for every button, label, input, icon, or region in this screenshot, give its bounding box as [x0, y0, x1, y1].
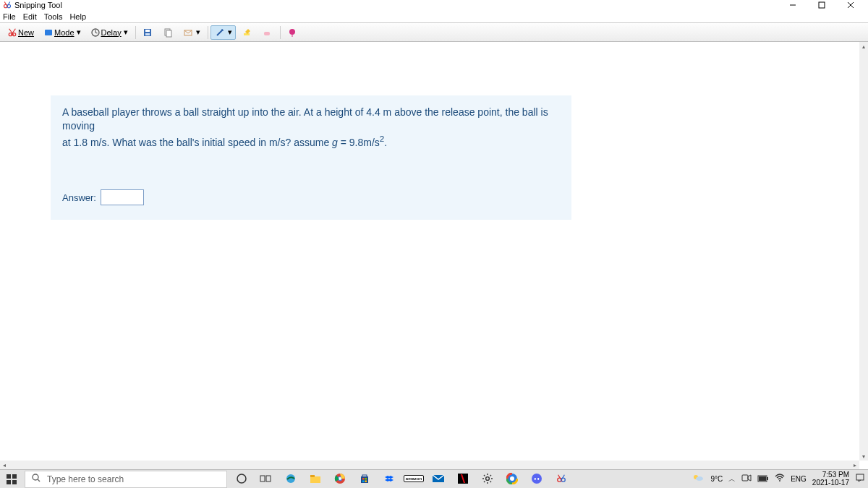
- svg-point-81: [779, 480, 780, 481]
- paint3d-button[interactable]: [283, 25, 302, 40]
- eraser-button[interactable]: [258, 25, 276, 40]
- time: 7:53 PM: [822, 471, 849, 479]
- horizontal-scrollbar[interactable]: ◂ ▸: [0, 461, 859, 469]
- date: 2021-10-17: [812, 479, 849, 487]
- eraser-icon: [261, 27, 273, 38]
- weather-icon[interactable]: [692, 472, 705, 486]
- scroll-left-icon[interactable]: ◂: [0, 461, 9, 469]
- toolbar-separator: [280, 26, 281, 39]
- input-lang[interactable]: ENG: [791, 475, 807, 483]
- svg-point-43: [339, 477, 341, 480]
- svg-line-63: [484, 481, 485, 481]
- svg-rect-45: [362, 475, 367, 477]
- mode-button[interactable]: Mode ▾: [39, 25, 85, 40]
- maximize-button[interactable]: [807, 0, 836, 10]
- edge-icon[interactable]: [282, 472, 299, 487]
- mode-icon: [43, 27, 54, 38]
- answer-label: Answer:: [62, 192, 96, 203]
- svg-rect-47: [365, 478, 367, 480]
- clock[interactable]: 7:53 PM 2021-10-17: [812, 471, 849, 487]
- battery-icon[interactable]: [757, 474, 769, 484]
- snipping-tool-taskbar-icon[interactable]: [553, 472, 570, 487]
- search-placeholder: Type here to search: [47, 474, 124, 484]
- taskbar: Type here to search amazon 9°C ︿ ENG 7:5…: [0, 469, 868, 488]
- svg-marker-77: [748, 475, 751, 481]
- menu-file[interactable]: File: [3, 12, 16, 21]
- question-card: A baseball player throws a ball straight…: [51, 95, 571, 220]
- discord-icon[interactable]: [528, 472, 545, 487]
- answer-row: Answer:: [62, 189, 560, 205]
- send-button[interactable]: ▾: [179, 25, 204, 40]
- svg-marker-25: [245, 29, 250, 34]
- browser-alt-icon[interactable]: [503, 472, 521, 487]
- save-icon: [142, 27, 153, 38]
- svg-line-64: [490, 475, 491, 476]
- copy-icon: [162, 27, 174, 38]
- svg-rect-20: [166, 30, 171, 37]
- svg-point-68: [535, 478, 536, 480]
- svg-line-22: [217, 30, 223, 35]
- capture-viewport: A baseball player throws a ball straight…: [0, 42, 859, 461]
- svg-line-34: [38, 479, 40, 481]
- svg-rect-82: [856, 474, 864, 480]
- svg-rect-29: [7, 474, 11, 479]
- minimize-button[interactable]: [778, 0, 807, 10]
- close-button[interactable]: [836, 0, 865, 10]
- answer-input[interactable]: [101, 189, 144, 205]
- delay-button[interactable]: Delay ▾: [86, 25, 132, 40]
- new-label: New: [18, 28, 34, 37]
- wifi-icon[interactable]: [775, 474, 785, 484]
- svg-point-67: [532, 474, 542, 484]
- svg-point-35: [237, 474, 246, 483]
- amazon-icon[interactable]: amazon: [405, 472, 422, 487]
- cortana-icon[interactable]: [233, 472, 250, 487]
- pen-button[interactable]: ▾: [210, 25, 236, 40]
- chevron-down-icon: ▾: [77, 27, 81, 37]
- copy-button[interactable]: [158, 25, 177, 40]
- vertical-scrollbar[interactable]: ▴ ▾: [859, 42, 868, 461]
- svg-rect-18: [145, 33, 150, 35]
- scroll-right-icon[interactable]: ▸: [851, 461, 859, 469]
- new-snip-button[interactable]: New: [3, 25, 38, 40]
- toolbar: New Mode ▾ Delay ▾ ▾ ▾: [0, 23, 868, 42]
- menu-edit[interactable]: Edit: [23, 12, 37, 21]
- chevron-down-icon: ▾: [196, 27, 200, 37]
- system-tray: 9°C ︿ ENG 7:53 PM 2021-10-17: [692, 471, 868, 487]
- scroll-down-icon[interactable]: ▾: [859, 452, 868, 461]
- svg-point-75: [696, 476, 703, 481]
- chrome-icon[interactable]: [331, 472, 349, 487]
- highlighter-button[interactable]: [237, 25, 256, 40]
- toolbar-separator: [208, 26, 208, 39]
- taskbar-pinned: amazon: [233, 472, 570, 487]
- settings-icon[interactable]: [479, 472, 496, 487]
- menu-tools[interactable]: Tools: [44, 12, 63, 21]
- svg-line-15: [95, 33, 98, 33]
- svg-rect-40: [310, 475, 315, 477]
- menu-help[interactable]: Help: [69, 12, 86, 21]
- svg-point-69: [537, 478, 539, 480]
- scroll-up-icon[interactable]: ▴: [859, 42, 868, 51]
- svg-point-56: [486, 476, 490, 480]
- tray-chevron-icon[interactable]: ︿: [728, 474, 736, 484]
- svg-marker-53: [388, 479, 393, 481]
- microsoft-store-icon[interactable]: [356, 472, 373, 487]
- meet-now-icon[interactable]: [741, 474, 752, 484]
- task-view-icon[interactable]: [258, 472, 275, 487]
- svg-rect-36: [260, 476, 265, 481]
- svg-rect-32: [12, 480, 17, 484]
- file-explorer-icon[interactable]: [307, 472, 324, 487]
- action-center-icon[interactable]: [855, 473, 865, 485]
- dropbox-icon[interactable]: [380, 472, 398, 487]
- window-title: Snipping Tool: [14, 1, 62, 9]
- svg-point-66: [510, 476, 514, 481]
- mail-app-icon[interactable]: [430, 472, 447, 487]
- netflix-icon[interactable]: [454, 472, 472, 487]
- start-button[interactable]: [0, 470, 23, 489]
- save-button[interactable]: [138, 25, 157, 40]
- svg-line-61: [484, 475, 485, 476]
- svg-rect-26: [264, 32, 270, 35]
- toolbar-separator: [135, 26, 136, 39]
- taskbar-search[interactable]: Type here to search: [25, 471, 227, 488]
- mail-icon: [182, 27, 194, 38]
- weather-temp[interactable]: 9°C: [710, 475, 723, 483]
